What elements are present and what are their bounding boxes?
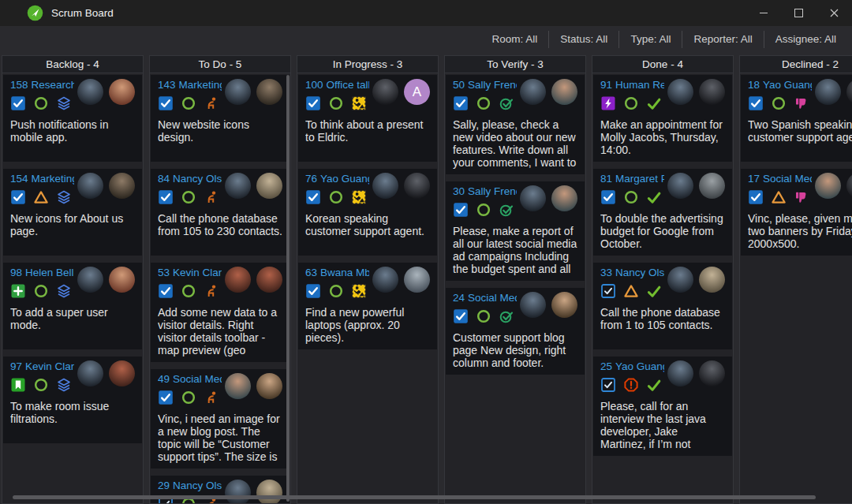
card-title-link[interactable]: 18Yao Guang <box>748 79 812 91</box>
card-49[interactable]: 49Social MediaVinc, i need an image for … <box>151 369 290 469</box>
card-avatars <box>77 79 135 105</box>
close-button[interactable] <box>816 0 852 26</box>
card-158[interactable]: 158Research …Push notifications in mobil… <box>3 75 142 162</box>
card-title-link[interactable]: 154Marketing … <box>10 173 74 185</box>
card-description: Make an appointment for Molly Jacobs, Th… <box>600 118 725 156</box>
check-green-icon <box>646 283 662 299</box>
layers-blue-icon <box>56 377 72 393</box>
column-header-backlog: Backlog - 4 <box>2 56 143 73</box>
avatar <box>846 79 852 105</box>
title-bar: Scrum Board <box>0 0 852 26</box>
circle-green-icon <box>623 189 639 205</box>
card-title-link[interactable]: 29Nancy Olson <box>158 480 222 492</box>
maximize-button[interactable] <box>781 0 816 26</box>
card-63[interactable]: 63Bwana Mb…Find a new powerful laptops (… <box>298 263 437 349</box>
card-50[interactable]: 50Sally FrenchSally, please, check a new… <box>446 75 585 174</box>
exclamation-red-icon <box>623 377 639 393</box>
card-24[interactable]: 24Social MediaCustomer support blog page… <box>446 288 585 375</box>
card-description: Vinc, i need an image for a new blog pos… <box>158 413 282 463</box>
card-header: 143Marketing … <box>158 79 282 111</box>
card-title-link[interactable]: 100Office talks <box>305 79 369 91</box>
bookmark-green-icon <box>10 377 26 393</box>
card-84[interactable]: 84Nancy OlsonCall the phone database fro… <box>151 169 290 256</box>
vertical-scrollbar[interactable] <box>286 75 290 502</box>
card-avatars <box>77 173 135 199</box>
card-title-link[interactable]: 63Bwana Mb… <box>305 267 369 279</box>
card-title-link[interactable]: 24Social Media <box>453 292 517 304</box>
card-description: Customer support blog page New design, r… <box>453 331 577 369</box>
horizontal-scrollbar[interactable] <box>13 495 816 499</box>
layers-blue-icon <box>56 189 72 205</box>
card-number: 81 <box>600 173 612 185</box>
card-100[interactable]: 100Office talksATo think about a present… <box>298 75 437 162</box>
card-17[interactable]: 17Social MediaVinc, please, given me two… <box>741 169 852 256</box>
filter-status[interactable]: Status: All <box>548 31 618 48</box>
card-title-link[interactable]: 143Marketing … <box>158 79 222 91</box>
card-title-link[interactable]: 91Human Res… <box>600 79 664 91</box>
card-info: 33Nancy Olson <box>600 267 664 299</box>
card-info: 63Bwana Mb… <box>305 267 369 299</box>
card-title-link[interactable]: 84Nancy Olson <box>158 173 222 185</box>
card-info: 30Sally French <box>453 185 517 218</box>
card-154[interactable]: 154Marketing …New icons for About us pag… <box>3 169 142 256</box>
card-title-link[interactable]: 98Helen Bell <box>10 267 74 279</box>
card-number: 50 <box>453 79 465 91</box>
column-body-toverify: 50Sally FrenchSally, please, check a new… <box>445 73 585 503</box>
app-window: { "window": { "title": "Scrum Board", "c… <box>0 0 852 504</box>
filter-room[interactable]: Room: All <box>481 31 549 48</box>
card-title-link[interactable]: 76Yao Guang <box>305 173 369 185</box>
card-avatars <box>225 373 282 399</box>
card-title: Helen Bell <box>25 267 74 278</box>
card-title: Yao Guang <box>615 360 664 372</box>
card-30[interactable]: 30Sally FrenchPlease, make a report of a… <box>446 181 585 281</box>
checkbox-blue-icon <box>748 95 764 111</box>
card-76[interactable]: 76Yao GuangKorean speaking customer supp… <box>298 169 437 256</box>
card-18[interactable]: 18Yao GuangTwo Spanish speaking customer… <box>741 75 852 162</box>
plus-green-icon <box>10 283 26 299</box>
card-143[interactable]: 143Marketing …New website icons design. <box>151 75 290 162</box>
column-header-todo: To Do - 5 <box>150 56 290 73</box>
person-orange-icon <box>204 390 219 405</box>
card-title-link[interactable]: 53Kevin Clarke <box>158 267 222 279</box>
filter-reporter[interactable]: Reporter: All <box>682 31 763 48</box>
app-logo-icon <box>27 5 43 21</box>
bolt-purple-icon <box>600 95 616 111</box>
card-header: 98Helen Bell <box>10 267 135 299</box>
card-53[interactable]: 53Kevin ClarkeAdd some new data to a vis… <box>151 263 290 362</box>
card-title-link[interactable]: 81Margaret P… <box>600 173 664 185</box>
card-title-link[interactable]: 50Sally French <box>453 79 517 91</box>
circle-green-icon <box>476 95 491 111</box>
card-title-link[interactable]: 25Yao Guang <box>600 360 664 373</box>
card-title-link[interactable]: 17Social Media <box>748 173 812 185</box>
filter-assignee[interactable]: Assignee: All <box>764 31 847 48</box>
card-number: 17 <box>748 173 760 185</box>
card-title-link[interactable]: 30Sally French <box>453 185 517 198</box>
card-25[interactable]: 25Yao GuangPlease, call for an interview… <box>593 357 732 456</box>
card-97[interactable]: 97Kevin ClarkeTo make room issue filtrat… <box>3 357 142 443</box>
card-81[interactable]: 81Margaret P…To double the advertising b… <box>593 169 732 256</box>
filter-type[interactable]: Type: All <box>618 31 682 48</box>
construction-yellow-icon <box>351 283 367 299</box>
card-33[interactable]: 33Nancy OlsonCall the phone database fro… <box>593 263 732 349</box>
avatar <box>667 79 693 105</box>
card-description: New website icons design. <box>158 118 282 144</box>
column-declined: Declined - 218Yao GuangTwo Spanish speak… <box>739 55 852 504</box>
card-number: 100 <box>305 79 323 91</box>
checkbox-blue-icon <box>158 283 174 299</box>
avatar <box>404 173 430 199</box>
checkbox-blue-icon <box>453 95 469 111</box>
circle-green-icon <box>328 189 344 205</box>
card-title: Social Media <box>173 373 222 385</box>
circle-green-icon <box>328 283 344 299</box>
card-title-link[interactable]: 33Nancy Olson <box>600 267 664 279</box>
card-header: 25Yao Guang <box>600 360 725 393</box>
close-icon <box>830 9 839 17</box>
card-98[interactable]: 98Helen BellTo add a super user mode. <box>3 263 142 349</box>
card-title-link[interactable]: 97Kevin Clarke <box>10 360 74 373</box>
card-91[interactable]: 91Human Res…Make an appointment for Moll… <box>593 75 732 162</box>
card-description: Vinc, please, given me two banners by Fr… <box>748 212 852 250</box>
checkbox-blue-icon <box>453 202 469 218</box>
minimize-button[interactable] <box>746 0 781 26</box>
card-title-link[interactable]: 49Social Media <box>158 373 222 386</box>
card-title-link[interactable]: 158Research … <box>10 79 74 91</box>
